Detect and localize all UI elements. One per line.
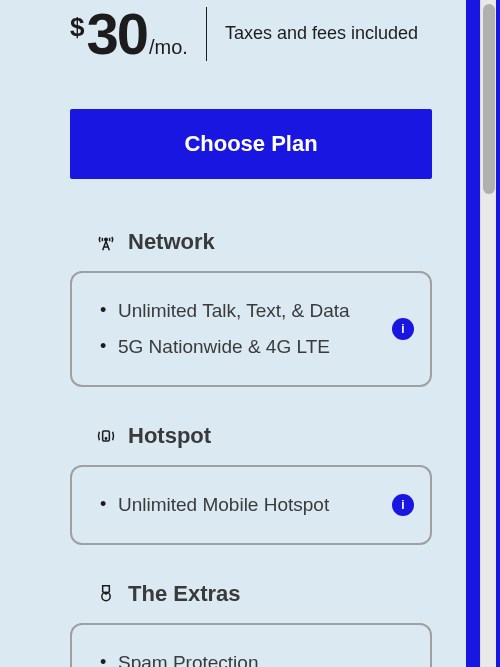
plan-content: $ 30 /mo. Taxes and fees included Choose… (0, 0, 466, 667)
section-network: Network Unlimited Talk, Text, & Data 5G … (70, 229, 432, 387)
list-item: 5G Nationwide & 4G LTE (96, 329, 384, 365)
section-extras: The Extras Spam Protection Unlimited Tal… (70, 581, 432, 667)
section-hotspot-title: Hotspot (128, 423, 211, 449)
section-network-header: Network (70, 229, 432, 255)
extras-card: Spam Protection Unlimited Talk & Text to… (70, 623, 432, 667)
choose-plan-button[interactable]: Choose Plan (70, 109, 432, 179)
extras-feature-list: Spam Protection Unlimited Talk & Text to… (96, 645, 384, 667)
hotspot-card: Unlimited Mobile Hotspot i (70, 465, 432, 545)
price-row: $ 30 /mo. Taxes and fees included (70, 0, 432, 67)
plan-viewport: $ 30 /mo. Taxes and fees included Choose… (0, 0, 466, 667)
section-hotspot: Hotspot Unlimited Mobile Hotspot i (70, 423, 432, 545)
info-icon[interactable]: i (392, 318, 414, 340)
tax-note: Taxes and fees included (225, 22, 418, 45)
network-card: Unlimited Talk, Text, & Data 5G Nationwi… (70, 271, 432, 387)
price-amount: 30 (86, 0, 147, 67)
price-divider (206, 7, 207, 61)
info-icon[interactable]: i (392, 494, 414, 516)
scrollbar-track[interactable] (480, 0, 496, 667)
section-extras-title: The Extras (128, 581, 241, 607)
price-per: /mo. (149, 36, 188, 59)
svg-point-0 (105, 238, 108, 241)
hotspot-icon (96, 426, 116, 446)
price-block: $ 30 /mo. (70, 0, 188, 67)
scrollbar-thumb[interactable] (483, 4, 495, 194)
svg-point-2 (105, 438, 106, 439)
list-item: Spam Protection (96, 645, 384, 667)
list-item: Unlimited Talk, Text, & Data (96, 293, 384, 329)
section-network-title: Network (128, 229, 215, 255)
list-item: Unlimited Mobile Hotspot (96, 487, 384, 523)
price-currency: $ (70, 12, 84, 43)
hotspot-feature-list: Unlimited Mobile Hotspot (96, 487, 384, 523)
network-feature-list: Unlimited Talk, Text, & Data 5G Nationwi… (96, 293, 384, 365)
medal-icon (96, 584, 116, 604)
tower-icon (96, 232, 116, 252)
section-hotspot-header: Hotspot (70, 423, 432, 449)
section-extras-header: The Extras (70, 581, 432, 607)
